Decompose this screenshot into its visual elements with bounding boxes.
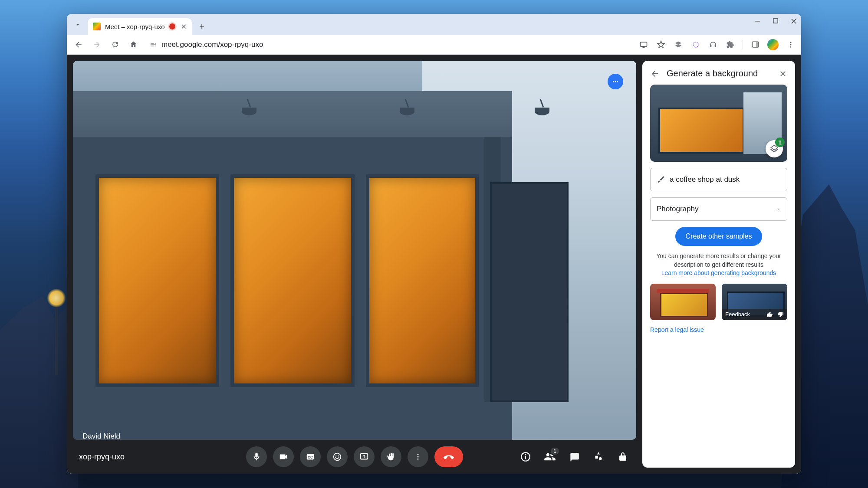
preview-variant-badge: 1: [775, 138, 785, 147]
present-screen-icon: [359, 452, 369, 462]
activities-shapes-icon: [593, 451, 604, 462]
magic-wand-icon: [657, 175, 665, 184]
raise-hand-icon: [386, 452, 396, 462]
activities-button[interactable]: [591, 449, 606, 464]
nav-home-button[interactable]: [127, 38, 140, 51]
window-minimize-button[interactable]: [755, 18, 761, 24]
svg-point-21: [418, 459, 419, 460]
browser-menu-icon[interactable]: [786, 39, 796, 50]
camera-toggle-button[interactable]: [273, 446, 294, 467]
svg-rect-1: [773, 19, 778, 23]
nav-reload-button[interactable]: [108, 38, 122, 51]
meet-app: David Nield xop-rpyq-uxo CC: [67, 55, 801, 474]
arrow-left-icon: [650, 69, 660, 79]
svg-rect-3: [643, 47, 645, 48]
present-screen-button[interactable]: [354, 446, 375, 467]
side-panel-icon[interactable]: [750, 39, 760, 50]
chevron-down-icon: [75, 22, 81, 28]
nav-forward-button[interactable]: [90, 38, 103, 51]
svg-point-10: [613, 81, 614, 82]
extensions-puzzle-icon[interactable]: [725, 39, 736, 50]
browser-tab[interactable]: Meet – xop-rpyq-uxo ✕: [88, 18, 192, 35]
window-maximize-button[interactable]: [773, 18, 779, 24]
svg-point-8: [790, 44, 792, 45]
prompt-input-row: [650, 168, 787, 191]
participant-name-label: David Nield: [82, 432, 120, 441]
svg-rect-23: [525, 456, 526, 459]
bookmark-star-icon[interactable]: [656, 39, 666, 50]
thumbs-up-button[interactable]: [766, 311, 773, 318]
panel-title: Generate a background: [667, 69, 772, 79]
thumbnail-feedback-bar: Feedback: [722, 309, 787, 320]
svg-point-17: [338, 455, 339, 456]
help-text: You can generate more results or change …: [650, 252, 787, 278]
browser-window: Meet – xop-rpyq-uxo ✕ + meet.google.co: [67, 14, 801, 474]
microphone-icon: [252, 452, 261, 462]
virtual-background-image: [73, 61, 636, 440]
site-settings-icon[interactable]: [148, 40, 158, 49]
learn-more-link[interactable]: Learn more about generating backgrounds: [661, 269, 776, 276]
url-bar[interactable]: meet.google.com/xop-rpyq-uxo: [145, 40, 630, 49]
extension-headphones-icon[interactable]: [708, 39, 718, 50]
meet-favicon-icon: [93, 23, 101, 30]
svg-point-9: [790, 46, 792, 47]
people-button[interactable]: 1: [542, 449, 557, 464]
new-tab-button[interactable]: +: [195, 20, 208, 33]
meet-bottom-bar: xop-rpyq-uxo CC 1: [67, 440, 642, 474]
prompt-input[interactable]: [670, 175, 781, 184]
hangup-phone-icon: [443, 451, 455, 463]
extension-buffer-icon[interactable]: [673, 39, 684, 50]
url-text: meet.google.com/xop-rpyq-uxo: [161, 40, 263, 49]
caret-down-icon: [776, 206, 781, 212]
reactions-button[interactable]: [327, 446, 348, 467]
report-legal-link[interactable]: Report a legal issue: [650, 326, 787, 333]
panel-back-button[interactable]: [650, 69, 660, 79]
feedback-label: Feedback: [725, 311, 750, 318]
meeting-details-button[interactable]: [518, 449, 533, 464]
closed-captions-icon: CC: [306, 452, 315, 462]
people-count-badge: 1: [550, 447, 560, 455]
sample-thumbnail-2[interactable]: Feedback: [722, 284, 787, 320]
leave-call-button[interactable]: [434, 446, 463, 467]
background-preview[interactable]: 1: [650, 85, 787, 162]
mic-toggle-button[interactable]: [246, 446, 267, 467]
tab-title: Meet – xop-rpyq-uxo: [105, 23, 165, 30]
generate-background-panel: Generate a background 1 Photography Crea…: [642, 61, 795, 468]
svg-rect-6: [756, 42, 759, 47]
style-select[interactable]: Photography: [650, 197, 787, 221]
tile-options-button[interactable]: [608, 74, 623, 89]
create-samples-button[interactable]: Create other samples: [675, 227, 763, 246]
style-selected-label: Photography: [657, 205, 698, 213]
thumbs-down-button[interactable]: [777, 311, 784, 318]
window-close-button[interactable]: [791, 18, 797, 24]
call-controls: CC: [246, 446, 463, 467]
sample-thumbnails: Feedback: [650, 284, 787, 320]
video-camera-icon: [279, 452, 288, 462]
chat-button[interactable]: [567, 449, 582, 464]
address-bar: meet.google.com/xop-rpyq-uxo: [67, 35, 801, 55]
chat-icon: [569, 451, 580, 462]
video-area: David Nield xop-rpyq-uxo CC: [67, 55, 642, 474]
profile-avatar[interactable]: [767, 39, 779, 50]
thumbs-down-icon: [777, 311, 784, 318]
more-options-button[interactable]: [408, 446, 428, 467]
close-icon: [779, 69, 787, 78]
tab-close-button[interactable]: ✕: [181, 23, 187, 31]
extension-color-icon[interactable]: [690, 39, 701, 50]
tab-strip: Meet – xop-rpyq-uxo ✕ +: [67, 14, 801, 35]
host-controls-button[interactable]: [615, 449, 630, 464]
nav-back-button[interactable]: [72, 38, 85, 51]
svg-text:CC: CC: [308, 455, 313, 459]
self-video-tile[interactable]: [73, 61, 636, 440]
recording-indicator-icon: [169, 23, 175, 29]
panel-close-button[interactable]: [779, 69, 787, 78]
screen-capture-icon[interactable]: [638, 39, 649, 50]
captions-button[interactable]: CC: [300, 446, 321, 467]
svg-rect-0: [755, 21, 760, 22]
raise-hand-button[interactable]: [381, 446, 401, 467]
meeting-code-label: xop-rpyq-uxo: [79, 452, 125, 462]
toolbar-divider: [743, 40, 743, 49]
info-icon: [520, 451, 531, 462]
tabs-dropdown[interactable]: [70, 17, 85, 32]
sample-thumbnail-1[interactable]: [650, 284, 716, 320]
